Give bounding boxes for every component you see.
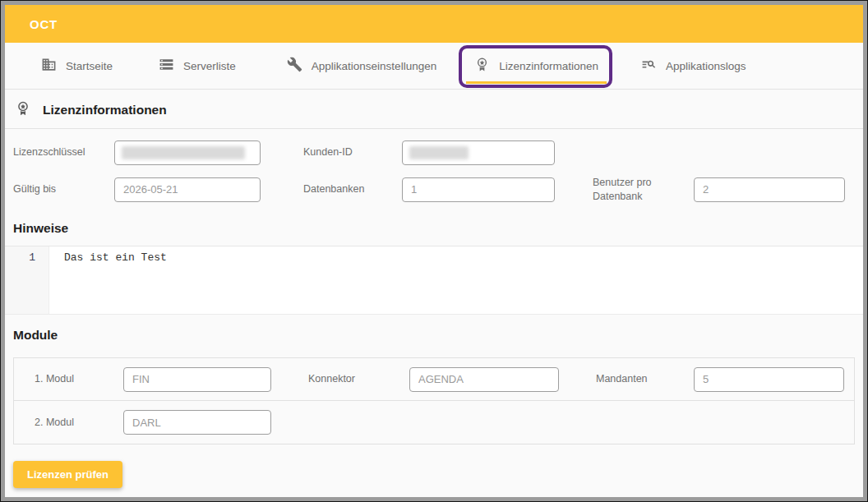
module-card: 1. Modul Konnektor Mandanten 2. Modul: [13, 357, 855, 444]
redacted-value-blur: [409, 146, 469, 159]
redacted-value-blur: [122, 146, 245, 159]
building-icon: [41, 57, 57, 75]
tab-label: Applikationslogs: [666, 60, 746, 72]
modul-2-label: 2. Modul: [35, 416, 123, 430]
lizenzen-pruefen-button[interactable]: Lizenzen prüfen: [13, 461, 122, 488]
hinweise-heading: Hinweise: [5, 208, 863, 246]
tab-label: Lizenzinformationen: [499, 60, 598, 72]
kunden-id-label: Kunden-ID: [303, 145, 402, 159]
app-header: OCT: [5, 5, 863, 43]
tab-label: Applikationseinstellungen: [312, 60, 436, 72]
datenbanken-label: Datenbanken: [303, 182, 402, 196]
tab-applikationslogs[interactable]: Applikationslogs: [641, 43, 746, 89]
tab-applikationseinstellungen[interactable]: Applikationseinstellungen: [287, 43, 436, 89]
gueltig-bis-field[interactable]: [114, 177, 261, 202]
license-badge-icon: [15, 100, 31, 120]
tab-serverliste[interactable]: Serverliste: [159, 43, 236, 89]
license-badge-icon: [474, 57, 490, 75]
tab-label: Serverliste: [183, 60, 236, 72]
modul-2-field[interactable]: [123, 410, 271, 435]
datenbanken-field[interactable]: [402, 177, 555, 202]
modul-1-label: 1. Modul: [35, 372, 123, 386]
license-section-title: Lizenzinformationen: [43, 103, 167, 117]
server-list-icon: [159, 57, 174, 75]
mandanten-field[interactable]: [694, 367, 844, 392]
konnektor-label: Konnektor: [308, 372, 409, 386]
modul-1-field[interactable]: [123, 367, 271, 392]
benutzer-pro-datenbank-field[interactable]: [694, 177, 845, 202]
module-heading: Module: [5, 315, 863, 352]
gueltig-bis-label: Gültig bis: [13, 182, 114, 196]
wrench-icon: [287, 57, 302, 75]
app-window: OCT Startseite Serverliste Applikationse…: [5, 5, 863, 497]
mandanten-label: Mandanten: [596, 372, 694, 386]
benutzer-pro-datenbank-label: Benutzer pro Datenbank: [593, 176, 694, 204]
tab-lizenzinformationen[interactable]: Lizenzinformationen: [474, 43, 598, 89]
editor-line-number: 1: [5, 246, 49, 314]
screenshot-frame: OCT Startseite Serverliste Applikationse…: [0, 0, 868, 502]
hinweise-editor[interactable]: 1 Das ist ein Test: [5, 246, 863, 315]
editor-line-text: Das ist ein Test: [49, 246, 167, 314]
tab-label: Startseite: [66, 60, 113, 72]
module-row-2: 2. Modul: [14, 401, 854, 444]
tab-bar: Startseite Serverliste Applikationseinst…: [5, 43, 863, 90]
lizenzschluessel-label: Lizenzschlüssel: [13, 145, 114, 159]
license-field-row-1: Lizenzschlüssel Kunden-ID: [5, 134, 863, 171]
log-search-icon: [641, 57, 657, 75]
actions-row: Lizenzen prüfen: [5, 444, 863, 488]
konnektor-field[interactable]: [409, 367, 559, 392]
app-title: OCT: [30, 17, 58, 31]
license-field-row-2: Gültig bis Datenbanken Benutzer pro Date…: [5, 171, 863, 208]
license-section-header: Lizenzinformationen: [5, 90, 863, 129]
tab-startseite[interactable]: Startseite: [41, 43, 113, 89]
module-row-1: 1. Modul Konnektor Mandanten: [14, 358, 854, 401]
